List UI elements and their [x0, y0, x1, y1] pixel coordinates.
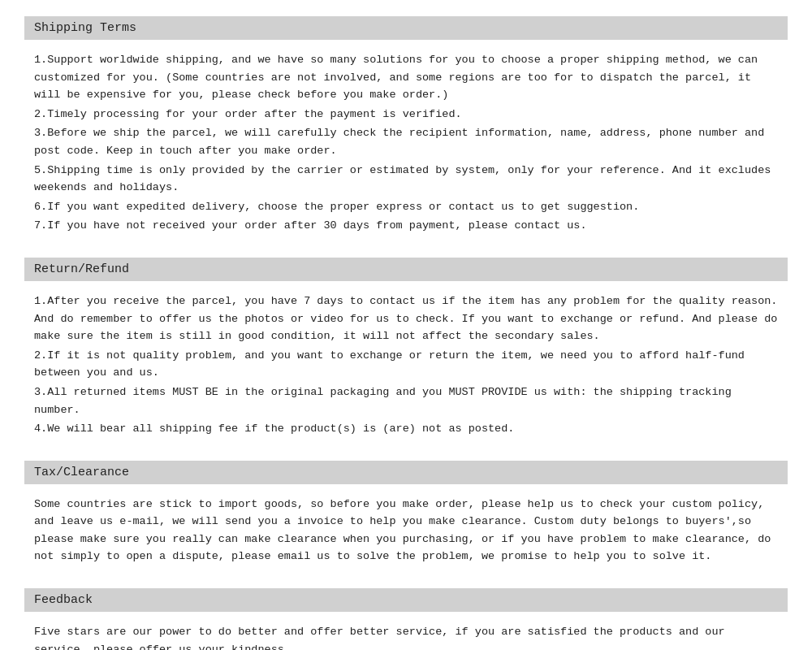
paragraph-return-refund-0: 1.After you receive the parcel, you have…: [34, 292, 778, 345]
paragraph-shipping-terms-3: 5.Shipping time is only provided by the …: [34, 162, 778, 197]
section-body-tax-clearance: Some countries are stick to import goods…: [24, 492, 788, 574]
section-body-feedback: Five stars are our power to do better an…: [24, 620, 788, 650]
main-content: Shipping Terms1.Support worldwide shippi…: [24, 16, 788, 650]
paragraph-tax-clearance-0: Some countries are stick to import goods…: [34, 496, 778, 566]
section-header-tax-clearance: Tax/Clearance: [24, 461, 788, 484]
section-feedback: FeedbackFive stars are our power to do b…: [24, 588, 788, 650]
paragraph-return-refund-3: 4.We will bear all shipping fee if the p…: [34, 420, 778, 438]
section-return-refund: Return/Refund1.After you receive the par…: [24, 258, 788, 446]
section-shipping-terms: Shipping Terms1.Support worldwide shippi…: [24, 16, 788, 243]
section-header-return-refund: Return/Refund: [24, 258, 788, 281]
paragraph-return-refund-2: 3.All returned items MUST BE in the orig…: [34, 384, 778, 418]
paragraph-feedback-0: Five stars are our power to do better an…: [34, 623, 778, 650]
paragraph-return-refund-1: 2.If it is not quality problem, and you …: [34, 347, 778, 382]
section-tax-clearance: Tax/ClearanceSome countries are stick to…: [24, 461, 788, 574]
paragraph-shipping-terms-4: 6.If you want expedited delivery, choose…: [34, 198, 778, 216]
section-header-shipping-terms: Shipping Terms: [24, 16, 788, 40]
section-body-shipping-terms: 1.Support worldwide shipping, and we hav…: [24, 48, 788, 243]
paragraph-shipping-terms-1: 2.Timely processing for your order after…: [34, 106, 778, 124]
section-body-return-refund: 1.After you receive the parcel, you have…: [24, 289, 788, 446]
paragraph-shipping-terms-0: 1.Support worldwide shipping, and we hav…: [34, 51, 778, 104]
section-header-feedback: Feedback: [24, 588, 788, 612]
paragraph-shipping-terms-2: 3.Before we ship the parcel, we will car…: [34, 124, 778, 159]
paragraph-shipping-terms-5: 7.If you have not received your order af…: [34, 217, 778, 235]
